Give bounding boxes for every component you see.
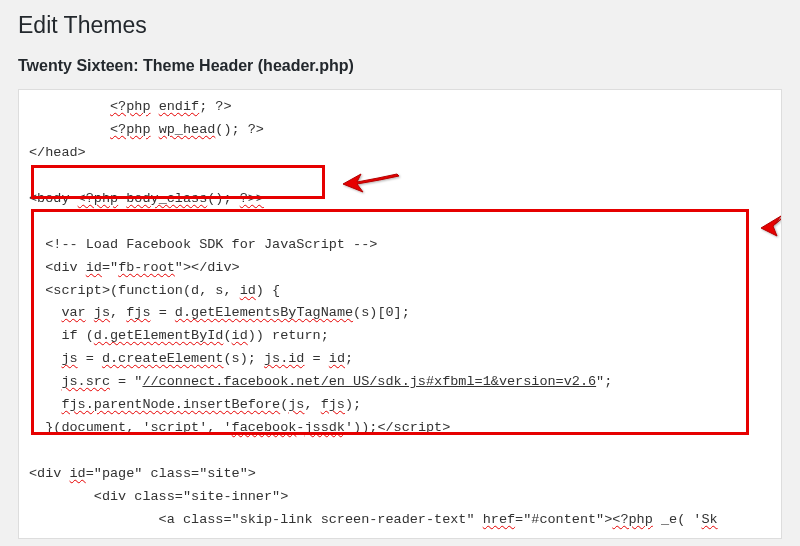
code-line bbox=[29, 165, 771, 188]
code-line: <div class="site-inner"> bbox=[29, 486, 771, 509]
theme-editor: Edit Themes Twenty Sixteen: Theme Header… bbox=[0, 0, 800, 539]
code-line: <div id="page" class="site"> bbox=[29, 463, 771, 486]
code-line bbox=[29, 440, 771, 463]
code-line: js = d.createElement(s); js.id = id; bbox=[29, 348, 771, 371]
code-line: fjs.parentNode.insertBefore(js, fjs); bbox=[29, 394, 771, 417]
code-line: <a class="skip-link screen-reader-text" … bbox=[29, 509, 771, 532]
code-editor-frame: <?php endif; ?> <?php wp_head(); ?></hea… bbox=[18, 89, 782, 539]
code-line: <?php wp_head(); ?> bbox=[29, 119, 771, 142]
code-line: <?php endif; ?> bbox=[29, 96, 771, 119]
code-line: <!-- Load Facebook SDK for JavaScript --… bbox=[29, 234, 771, 257]
code-line-body-tag: <body <?php body_class(); ?>> bbox=[29, 188, 771, 211]
file-title: Twenty Sixteen: Theme Header (header.php… bbox=[18, 57, 782, 75]
code-line: }(document, 'script', 'facebook-jssdk'))… bbox=[29, 417, 771, 440]
code-line: js.src = "//connect.facebook.net/en_US/s… bbox=[29, 371, 771, 394]
code-line bbox=[29, 211, 771, 234]
code-line: <script>(function(d, s, id) { bbox=[29, 280, 771, 303]
page-title: Edit Themes bbox=[18, 10, 782, 39]
code-line: var js, fjs = d.getElementsByTagName(s)[… bbox=[29, 302, 771, 325]
code-textarea[interactable]: <?php endif; ?> <?php wp_head(); ?></hea… bbox=[19, 90, 781, 538]
code-line: </head> bbox=[29, 142, 771, 165]
code-line: if (d.getElementById(id)) return; bbox=[29, 325, 771, 348]
code-line: <div id="fb-root"></div> bbox=[29, 257, 771, 280]
